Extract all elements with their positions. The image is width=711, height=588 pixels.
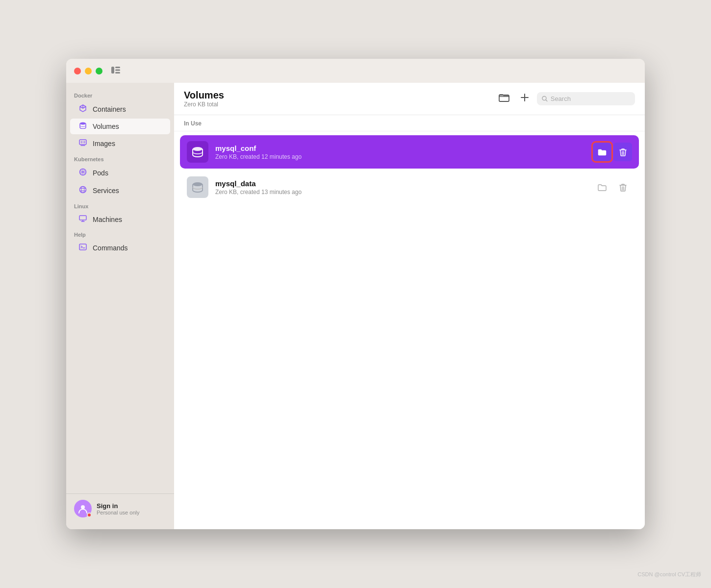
avatar	[74, 500, 92, 517]
app-window: Docker Containers	[66, 59, 645, 529]
sign-in-sublabel: Personal use only	[97, 510, 139, 515]
help-section-label: Help	[66, 228, 174, 240]
kubernetes-section-label: Kubernetes	[66, 152, 174, 164]
close-button[interactable]	[74, 68, 81, 74]
volume-browse-button-mysql-data[interactable]	[593, 178, 611, 196]
machines-icon	[78, 215, 88, 224]
avatar-status-dot	[87, 513, 92, 517]
main-header: Volumes Zero KB total	[174, 83, 645, 115]
volume-name-mysql-data: mysql_data	[215, 179, 593, 188]
volume-icon-bg-active	[187, 141, 208, 163]
svg-line-28	[546, 100, 547, 101]
svg-rect-1	[115, 67, 120, 68]
svg-point-14	[80, 187, 86, 193]
images-label: Images	[93, 140, 115, 147]
svg-rect-21	[79, 244, 86, 250]
svg-point-30	[193, 182, 203, 186]
svg-point-15	[81, 187, 84, 193]
sidebar-item-images[interactable]: Images	[70, 135, 170, 152]
search-bar	[537, 92, 635, 105]
sidebar: Docker Containers	[66, 83, 174, 529]
window-controls	[74, 68, 102, 74]
volume-item-mysql-conf[interactable]: mysql_conf Zero KB, created 12 minutes a…	[180, 135, 639, 169]
minimize-button[interactable]	[85, 68, 92, 74]
svg-point-4	[80, 122, 86, 125]
images-icon	[78, 139, 88, 148]
page-subtitle: Zero KB total	[184, 101, 490, 108]
volume-actions-mysql-data	[593, 178, 632, 196]
pods-icon	[78, 168, 88, 178]
volumes-label: Volumes	[93, 122, 119, 130]
volume-item-mysql-data[interactable]: mysql_data Zero KB, created 13 minutes a…	[180, 171, 639, 204]
main-panel: Volumes Zero KB total	[174, 83, 645, 529]
sidebar-item-commands[interactable]: Commands	[70, 240, 170, 256]
docker-section-label: Docker	[66, 89, 174, 100]
volumes-icon	[78, 122, 88, 131]
page-title: Volumes	[184, 90, 490, 101]
linux-section-label: Linux	[66, 199, 174, 211]
volume-delete-button-mysql-conf[interactable]	[613, 143, 632, 161]
volume-info-mysql-data: mysql_data Zero KB, created 13 minutes a…	[215, 179, 593, 196]
volume-meta-mysql-conf: Zero KB, created 12 minutes ago	[215, 153, 593, 160]
volume-delete-button-mysql-data[interactable]	[613, 178, 632, 196]
maximize-button[interactable]	[96, 68, 102, 74]
svg-rect-3	[115, 72, 120, 74]
commands-label: Commands	[93, 244, 128, 252]
volume-list: mysql_conf Zero KB, created 12 minutes a…	[174, 131, 645, 210]
sidebar-item-volumes[interactable]: Volumes	[70, 119, 170, 134]
volume-info-mysql-conf: mysql_conf Zero KB, created 12 minutes a…	[215, 144, 593, 160]
in-use-section-header: In Use	[174, 115, 645, 131]
volume-drive-icon-active	[191, 147, 204, 157]
sidebar-item-containers[interactable]: Containers	[70, 101, 170, 118]
sidebar-item-services[interactable]: Services	[70, 182, 170, 199]
header-actions	[496, 91, 635, 106]
search-input[interactable]	[551, 95, 630, 102]
watermark: CSDN @control CV工程师	[637, 571, 701, 578]
volume-meta-mysql-data: Zero KB, created 13 minutes ago	[215, 189, 593, 196]
svg-point-23	[81, 505, 85, 509]
title-bar	[66, 59, 645, 83]
volume-actions-mysql-conf	[593, 143, 632, 161]
svg-rect-7	[83, 141, 85, 144]
svg-rect-18	[79, 216, 86, 220]
services-label: Services	[93, 187, 119, 195]
add-button[interactable]	[517, 91, 532, 106]
containers-icon	[78, 104, 88, 114]
services-icon	[78, 186, 88, 196]
volume-drive-icon-inactive	[191, 182, 204, 193]
sidebar-toggle-button[interactable]	[108, 65, 123, 77]
sign-in-label: Sign in	[97, 502, 139, 510]
footer-text: Sign in Personal use only	[97, 502, 139, 515]
sidebar-item-pods[interactable]: Pods	[70, 165, 170, 181]
pods-label: Pods	[93, 169, 108, 177]
containers-label: Containers	[93, 105, 126, 113]
machines-label: Machines	[93, 216, 122, 223]
commands-icon	[78, 244, 88, 252]
content-area: In Use mysql_conf Z	[174, 115, 645, 529]
sidebar-footer[interactable]: Sign in Personal use only	[66, 493, 174, 523]
svg-point-29	[193, 147, 203, 151]
volume-browse-button-mysql-conf[interactable]	[593, 143, 611, 161]
volume-name-mysql-conf: mysql_conf	[215, 144, 593, 152]
svg-rect-6	[81, 141, 83, 144]
header-title-wrap: Volumes Zero KB total	[184, 90, 490, 108]
sidebar-item-machines[interactable]: Machines	[70, 212, 170, 227]
svg-rect-0	[111, 67, 114, 74]
search-icon	[542, 96, 548, 102]
browse-button[interactable]	[496, 91, 512, 106]
app-body: Docker Containers	[66, 83, 645, 529]
volume-icon-bg-inactive	[187, 176, 208, 198]
svg-rect-2	[115, 70, 120, 71]
svg-rect-24	[499, 95, 509, 101]
